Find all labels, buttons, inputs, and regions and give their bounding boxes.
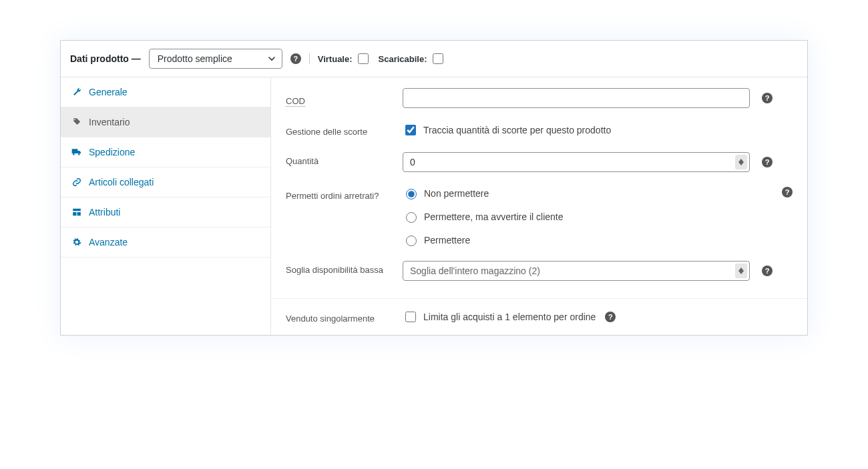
stock-mgmt-checkbox[interactable] [405,125,416,135]
gear-icon [71,237,82,248]
tab-advanced[interactable]: Avanzate [61,227,270,258]
downloadable-checkbox[interactable] [433,53,443,64]
help-icon[interactable]: ? [782,187,793,197]
downloadable-toggle[interactable]: Scaricabile: [379,51,445,66]
sold-ind-checkbox[interactable] [405,312,416,322]
tab-label: Avanzate [89,237,128,248]
svg-rect-1 [73,212,76,215]
chevron-down-icon [738,271,744,274]
divider [309,53,310,64]
radio-label: Permettere, ma avvertire il cliente [424,211,564,222]
row-quantity: Quantità ? [271,148,807,183]
stock-mgmt-checkbox-line[interactable]: Traccia quantità di scorte per questo pr… [403,123,611,137]
tabs-sidebar: Generale Inventario Spedizione Articoli … [61,77,271,335]
stock-mgmt-checkbox-label: Traccia quantità di scorte per questo pr… [423,125,611,135]
layout-icon [71,207,82,217]
row-low-stock: Soglia disponibilità bassa ? [271,257,807,292]
tab-label: Attributi [89,207,120,217]
tab-label: Spedizione [89,147,135,157]
row-backorders: Permetti ordini arretrati? Non permetter… [271,183,807,257]
backorder-option-notify[interactable]: Permettere, ma avvertire il cliente [403,210,564,223]
panel-title: Dati prodotto — [70,53,141,64]
tab-attributes[interactable]: Attributi [61,197,270,227]
tab-label: Inventario [89,117,130,127]
backorder-option-no[interactable]: Non permettere [403,187,564,199]
number-stepper[interactable] [735,155,747,169]
help-icon[interactable]: ? [762,157,773,167]
panel-header: Dati prodotto — Prodotto semplice ? Virt… [61,41,807,77]
sold-ind-checkbox-label: Limita gli acquisti a 1 elemento per ord… [423,312,596,322]
virtual-label: Virtuale: [318,54,353,64]
radio-label: Non permettere [424,188,489,199]
product-type-value: Prodotto semplice [149,49,282,69]
backorders-label: Permetti ordini arretrati? [286,187,389,201]
radio-label: Permettere [424,235,470,246]
backorder-radio-yes[interactable] [406,236,417,246]
sold-ind-label: Venduto singolarmente [286,310,389,324]
backorder-option-yes[interactable]: Permettere [403,233,564,246]
sku-input[interactable] [403,88,750,108]
truck-icon [71,147,82,157]
product-data-panel: Dati prodotto — Prodotto semplice ? Virt… [60,40,808,336]
number-stepper[interactable] [735,264,747,278]
chevron-down-icon [738,162,744,165]
row-stock-management: Gestione delle scorte Traccia quantità d… [271,119,807,148]
wrench-icon [71,87,82,97]
tag-icon [71,117,82,127]
quantity-label: Quantità [286,152,389,166]
downloadable-label: Scaricabile: [379,54,427,64]
tab-content: COD ? Gestione delle scorte Traccia quan… [271,77,807,335]
low-stock-label: Soglia disponibilità bassa [286,261,389,275]
svg-rect-0 [73,209,81,211]
quantity-input[interactable] [403,152,750,172]
tab-linked-products[interactable]: Articoli collegati [61,167,270,197]
product-type-select[interactable]: Prodotto semplice [149,49,282,69]
tab-label: Generale [89,87,128,97]
tab-label: Articoli collegati [89,177,154,187]
tab-shipping[interactable]: Spedizione [61,137,270,167]
tab-inventory[interactable]: Inventario [61,107,270,137]
help-icon[interactable]: ? [605,312,616,322]
row-sku: COD ? [271,77,807,119]
low-stock-input[interactable] [403,261,750,281]
help-icon[interactable]: ? [762,93,773,103]
help-icon[interactable]: ? [290,53,301,64]
panel-body: Generale Inventario Spedizione Articoli … [61,77,807,335]
row-sold-individually: Venduto singolarmente Limita gli acquist… [271,299,807,335]
virtual-checkbox[interactable] [358,53,369,64]
link-icon [71,177,82,187]
svg-rect-2 [77,212,81,215]
tab-general[interactable]: Generale [61,77,270,107]
stock-mgmt-label: Gestione delle scorte [286,123,389,137]
sku-label: COD [286,92,305,107]
help-icon[interactable]: ? [762,266,773,276]
backorder-radio-notify[interactable] [406,212,417,223]
virtual-toggle[interactable]: Virtuale: [318,51,371,66]
backorder-radio-no[interactable] [406,189,417,199]
sold-ind-checkbox-line[interactable]: Limita gli acquisti a 1 elemento per ord… [403,310,596,324]
